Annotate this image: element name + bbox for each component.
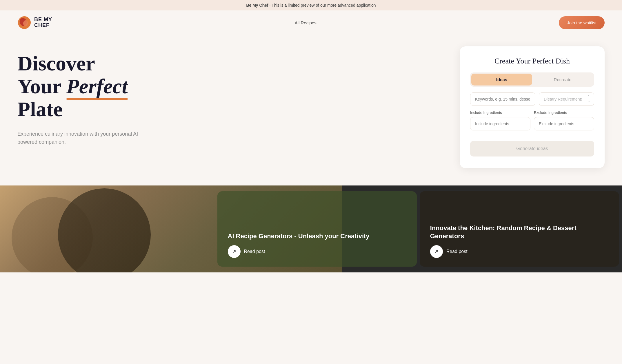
read-post-2-arrow-icon: ↗ xyxy=(430,245,443,258)
bottom-cards-container: AI Recipe Generators - Unleash your Crea… xyxy=(0,185,622,272)
generate-ideas-button[interactable]: Generate ideas xyxy=(470,141,594,156)
bottom-strip: AI Recipe Generators - Unleash your Crea… xyxy=(0,185,622,272)
all-recipes-link[interactable]: All Recipes xyxy=(295,20,317,25)
tab-ideas[interactable]: Ideas xyxy=(471,74,532,85)
include-input[interactable] xyxy=(470,117,530,130)
dietary-select[interactable]: Dietary Requirements Vegetarian Vegan Gl… xyxy=(539,92,594,106)
banner-brand: Be My Chef xyxy=(246,3,268,8)
read-post-2-button[interactable]: ↗ Read post xyxy=(430,245,609,258)
exclude-label: Exclude Ingredients xyxy=(534,110,594,115)
include-exclude-row: Include Ingredients Exclude Ingredients xyxy=(470,110,594,135)
hero-title-line1: Discover xyxy=(17,52,95,75)
keywords-dietary-row: Dietary Requirements Vegetarian Vegan Gl… xyxy=(470,92,594,106)
exclude-group: Exclude Ingredients xyxy=(534,110,594,130)
dietary-select-wrapper: Dietary Requirements Vegetarian Vegan Gl… xyxy=(539,92,594,106)
hero-title-line2-plain: Your xyxy=(17,75,61,98)
hero-section: Discover Your Perfect Plate Experience c… xyxy=(0,35,622,185)
hero-title-line2-italic: Perfect xyxy=(66,75,128,98)
exclude-input[interactable] xyxy=(534,117,594,130)
read-post-2-label: Read post xyxy=(446,249,468,254)
hero-subtitle: Experience culinary innovation with your… xyxy=(17,130,148,147)
logo-icon xyxy=(17,16,31,30)
bottom-card-2: Innovate the Kitchen: Random Recipe & De… xyxy=(420,191,619,267)
read-post-1-button[interactable]: ↗ Read post xyxy=(228,245,406,258)
read-post-1-arrow-icon: ↗ xyxy=(228,245,241,258)
tab-recreate[interactable]: Recreate xyxy=(532,74,593,85)
form-tabs: Ideas Recreate xyxy=(470,72,594,87)
hero-title: Discover Your Perfect Plate xyxy=(17,52,191,121)
banner-separator: · xyxy=(270,3,271,8)
bottom-card-1: AI Recipe Generators - Unleash your Crea… xyxy=(217,191,417,267)
food-overlay: AI Recipe Generators - Unleash your Crea… xyxy=(0,185,622,272)
include-group: Include Ingredients xyxy=(470,110,530,130)
hero-title-line3: Plate xyxy=(17,98,63,121)
include-label: Include Ingredients xyxy=(470,110,530,115)
bottom-card-1-title: AI Recipe Generators - Unleash your Crea… xyxy=(228,232,406,241)
keywords-input[interactable] xyxy=(470,92,535,106)
bottom-card-2-title: Innovate the Kitchen: Random Recipe & De… xyxy=(430,224,609,241)
bottom-spacer xyxy=(0,185,214,272)
recipe-form-card: Create Your Perfect Dish Ideas Recreate … xyxy=(460,46,605,168)
logo-text: BE MY CHEF xyxy=(34,17,52,28)
top-banner: Be My Chef · This is a limited preview o… xyxy=(0,0,622,10)
form-card-title: Create Your Perfect Dish xyxy=(470,57,594,65)
read-post-1-label: Read post xyxy=(244,249,265,254)
navbar: BE MY CHEF All Recipes Join the waitlist xyxy=(0,10,622,35)
hero-left: Discover Your Perfect Plate Experience c… xyxy=(17,46,191,146)
logo: BE MY CHEF xyxy=(17,16,52,30)
join-waitlist-button[interactable]: Join the waitlist xyxy=(559,16,605,29)
banner-text: This is a limited preview of our more ad… xyxy=(272,3,376,8)
